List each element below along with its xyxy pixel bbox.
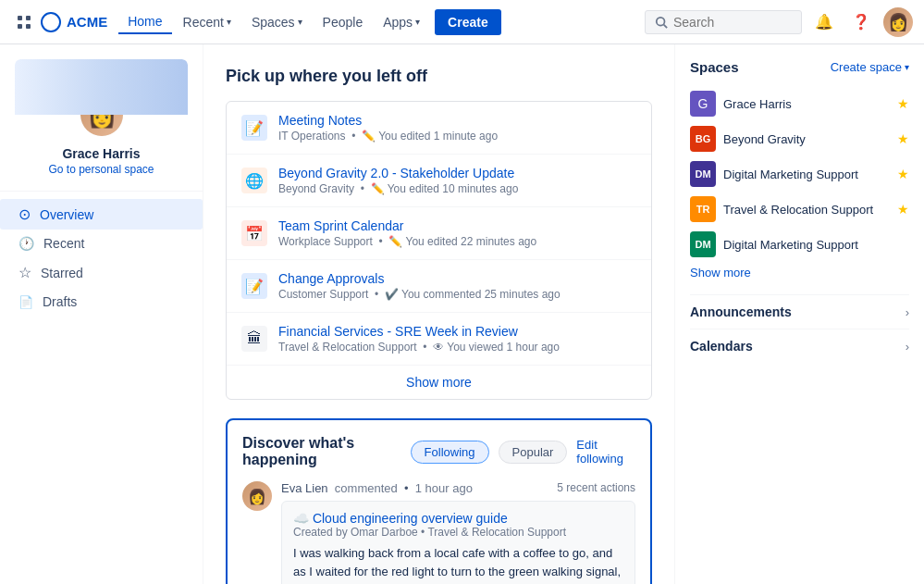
- search-icon: [655, 16, 668, 29]
- sidebar-profile-link[interactable]: Go to personal space: [48, 163, 154, 176]
- space-star-1[interactable]: ★: [897, 131, 909, 146]
- search-input[interactable]: [673, 15, 784, 30]
- spaces-show-more-link[interactable]: Show more: [690, 266, 909, 280]
- space-item-0[interactable]: G Grace Harris ★: [690, 86, 909, 121]
- recent-item: 🏛 Financial Services - SRE Week in Revie…: [227, 313, 651, 366]
- profile-banner: [15, 59, 188, 115]
- recent-item: 📅 Team Sprint Calendar Workplace Support…: [227, 207, 651, 260]
- svg-line-5: [664, 24, 668, 28]
- discover-header: Discover what's happening Following Popu…: [242, 435, 635, 468]
- activity-item: 👩 Eva Lien commented • 1 hour ago 5 rece…: [242, 481, 635, 584]
- space-name-1: Beyond Gravity: [723, 132, 890, 146]
- tab-following-button[interactable]: Following: [411, 441, 489, 464]
- svg-rect-1: [26, 16, 31, 20]
- right-sidebar: Spaces Create space ▾ G Grace Harris ★ B…: [674, 44, 924, 584]
- svg-point-4: [657, 17, 665, 25]
- create-space-button[interactable]: Create space ▾: [831, 60, 909, 74]
- activity-card-title[interactable]: ☁️ Cloud engineering overview guide: [293, 511, 623, 526]
- activity-recent-actions: 5 recent actions: [557, 481, 635, 495]
- recent-title-0[interactable]: Meeting Notes: [278, 113, 636, 128]
- recent-title-2[interactable]: Team Sprint Calendar: [278, 218, 636, 233]
- sidebar-item-recent[interactable]: 🕐 Recent: [0, 230, 203, 257]
- space-icon-4: DM: [690, 231, 716, 257]
- recent-item: 📝 Change Approvals Customer Support • ✔️…: [227, 260, 651, 313]
- topnav-logo[interactable]: ACME: [41, 12, 107, 32]
- starred-icon: ☆: [18, 264, 31, 281]
- recent-title-4[interactable]: Financial Services - SRE Week in Review: [278, 324, 636, 339]
- drafts-icon: 📄: [18, 295, 33, 309]
- calendars-section[interactable]: Calendars ›: [690, 329, 909, 363]
- announcements-chevron-icon: ›: [906, 305, 909, 319]
- recent-content-1: Beyond Gravity 2.0 - Stakeholder Update …: [278, 166, 636, 195]
- recent-content-0: Meeting Notes IT Operations • ✏️ You edi…: [278, 113, 636, 143]
- recent-item: 📝 Meeting Notes IT Operations • ✏️ You e…: [227, 102, 651, 155]
- recent-meta-1: Beyond Gravity • ✏️ You edited 10 minute…: [278, 182, 636, 195]
- announcements-title: Announcements: [690, 304, 906, 319]
- space-item-1[interactable]: BG Beyond Gravity ★: [690, 121, 909, 156]
- space-star-2[interactable]: ★: [897, 167, 909, 181]
- left-sidebar: 👩 Grace Harris Go to personal space ⊙ Ov…: [0, 44, 203, 584]
- discover-title: Discover what's happening: [242, 435, 401, 468]
- nav-recent[interactable]: Recent ▾: [174, 11, 240, 33]
- recent-icon-4: 🏛: [241, 326, 267, 352]
- space-icon-0: G: [690, 91, 716, 117]
- recent-content-2: Team Sprint Calendar Workplace Support •…: [278, 218, 636, 248]
- edit-following-link[interactable]: Edit following: [576, 438, 635, 466]
- pickup-title: Pick up where you left off: [226, 67, 652, 86]
- apps-chevron-icon: ▾: [415, 17, 420, 27]
- recent-meta-4: Travel & Relocation Support • 👁 You view…: [278, 341, 636, 354]
- announcements-section[interactable]: Announcements ›: [690, 294, 909, 329]
- space-item-3[interactable]: TR Travel & Relocation Support ★: [690, 192, 909, 227]
- sidebar-item-overview[interactable]: ⊙ Overview: [0, 199, 203, 230]
- recent-title-1[interactable]: Beyond Gravity 2.0 - Stakeholder Update: [278, 166, 636, 180]
- spaces-header: Spaces Create space ▾: [690, 59, 909, 75]
- recent-meta-2: Workplace Support • ✏️ You edited 22 min…: [278, 235, 636, 248]
- svg-rect-0: [18, 16, 22, 20]
- user-avatar[interactable]: 👩: [883, 7, 913, 37]
- space-item-2[interactable]: DM Digital Marketing Support ★: [690, 156, 909, 192]
- grid-icon[interactable]: [11, 9, 37, 35]
- space-star-0[interactable]: ★: [897, 96, 909, 111]
- tab-popular-button[interactable]: Popular: [499, 441, 568, 464]
- nav-home[interactable]: Home: [118, 10, 171, 34]
- space-item-4[interactable]: DM Digital Marketing Support: [690, 227, 909, 262]
- sidebar-profile-name: Grace Harris: [62, 146, 140, 161]
- recent-item: 🌐 Beyond Gravity 2.0 - Stakeholder Updat…: [227, 155, 651, 207]
- space-icon-2: DM: [690, 161, 716, 187]
- sidebar-item-label-overview: Overview: [40, 207, 93, 222]
- space-icon-1: BG: [690, 126, 716, 152]
- recent-icon: 🕐: [18, 236, 34, 251]
- notifications-icon[interactable]: 🔔: [809, 7, 839, 37]
- recent-content-3: Change Approvals Customer Support • ✔️ Y…: [278, 271, 636, 301]
- activity-avatar: 👩: [242, 481, 272, 511]
- spaces-chevron-icon: ▾: [298, 17, 302, 27]
- sidebar-item-label-starred: Starred: [41, 266, 83, 280]
- sidebar-item-drafts[interactable]: 📄 Drafts: [0, 288, 203, 316]
- help-icon[interactable]: ❓: [846, 7, 876, 37]
- spaces-title: Spaces: [690, 59, 739, 75]
- space-name-0: Grace Harris: [723, 97, 890, 111]
- recent-chevron-icon: ▾: [227, 17, 231, 27]
- space-name-2: Digital Marketing Support: [723, 168, 890, 181]
- nav-people[interactable]: People: [314, 11, 373, 33]
- search-box[interactable]: [645, 10, 802, 34]
- show-more-link[interactable]: Show more: [227, 366, 651, 399]
- recent-content-4: Financial Services - SRE Week in Review …: [278, 324, 636, 354]
- topnav: ACME Home Recent ▾ Spaces ▾ People Apps …: [0, 0, 924, 44]
- sidebar-profile: 👩 Grace Harris Go to personal space: [0, 59, 203, 192]
- calendars-title: Calendars: [690, 339, 906, 354]
- sidebar-item-starred[interactable]: ☆ Starred: [0, 257, 203, 288]
- space-name-4: Digital Marketing Support: [723, 238, 909, 252]
- recent-meta-3: Customer Support • ✔️ You commented 25 m…: [278, 288, 636, 301]
- main-layout: 👩 Grace Harris Go to personal space ⊙ Ov…: [0, 44, 924, 584]
- svg-rect-2: [18, 24, 22, 29]
- create-button[interactable]: Create: [435, 9, 501, 35]
- sidebar-nav: ⊙ Overview 🕐 Recent ☆ Starred 📄 Drafts: [0, 192, 203, 323]
- space-star-3[interactable]: ★: [897, 202, 909, 217]
- discover-section: Discover what's happening Following Popu…: [226, 418, 652, 584]
- activity-body: Eva Lien commented • 1 hour ago 5 recent…: [281, 481, 635, 584]
- nav-spaces[interactable]: Spaces ▾: [242, 11, 312, 33]
- recent-title-3[interactable]: Change Approvals: [278, 271, 636, 286]
- nav-apps[interactable]: Apps ▾: [374, 11, 429, 33]
- topnav-right: 🔔 ❓ 👩: [645, 7, 913, 37]
